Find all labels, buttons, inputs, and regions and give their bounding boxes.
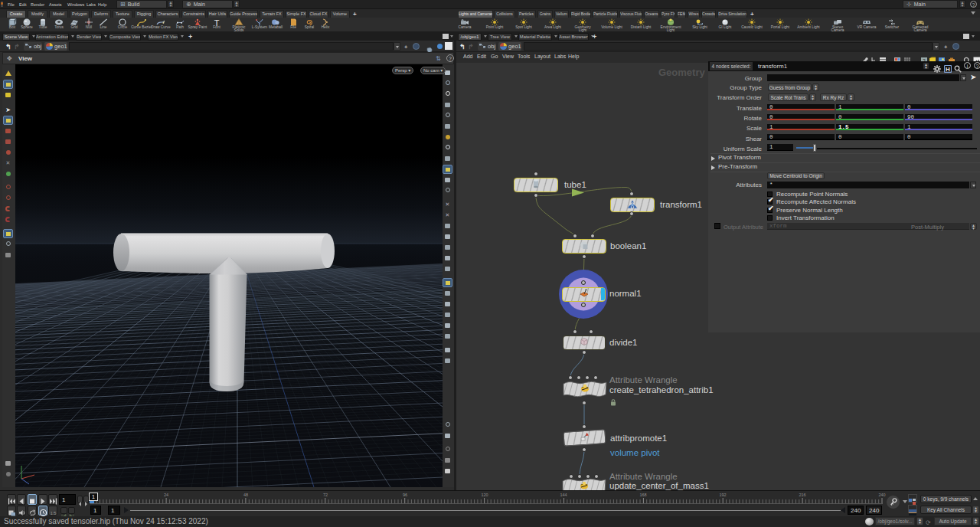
svg-text:H: H (946, 66, 950, 73)
svg-text:1:5: 1:5 (51, 511, 57, 516)
